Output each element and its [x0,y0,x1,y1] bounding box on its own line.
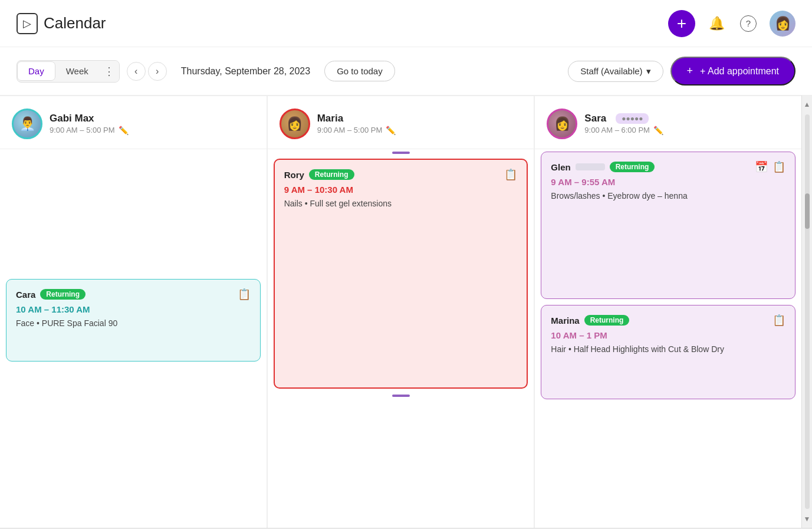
calendar-add-icon-marina[interactable]: 📋 [772,314,785,327]
staff-hours-maria: 9:00 AM – 5:00 PM ✏️ [317,126,522,135]
nav-arrows: ‹ › [127,62,167,81]
calendar-add-icon-rory[interactable]: 📋 [504,168,517,181]
appointment-marina[interactable]: Marina Returning 📋 10 AM – 1 PM Hair • H… [541,305,795,399]
name-badge-row-glen: Glen Returning [551,162,655,172]
appt-time-glen: 9 AM – 9:55 AM [551,177,785,187]
appt-icons-rory: 📋 [504,168,517,181]
appt-glen-badge-placeholder [576,163,605,170]
tab-day[interactable]: Day [17,61,55,81]
appt-top-marina: Marina Returning 📋 [551,314,785,327]
staff-column-maria: 👩 Maria 9:00 AM – 5:00 PM ✏️ [267,96,535,528]
edit-hours-maria[interactable]: ✏️ [386,126,396,135]
appt-top-glen: Glen Returning 📅 📋 [551,160,785,173]
view-tabs: Day Week ⋮ [17,60,120,83]
current-date: Thursday, September 28, 2023 [174,66,317,77]
staff-sara-badge: ●●●●● [616,113,649,124]
appt-area-sara: Glen Returning 📅 📋 9 AM – 9:55 AM Brows/… [535,149,801,528]
appt-bottom-indicator [392,395,410,397]
edit-hours-gabi[interactable]: ✏️ [119,126,129,135]
avatar-maria: 👩 [280,109,310,139]
appointment-cara[interactable]: Cara Returning 📋 10 AM – 11:30 AM Face •… [6,279,261,362]
name-badge-row: Cara Returning [16,289,86,300]
name-badge-row-marina: Marina Returning [551,315,629,326]
scroll-up-arrow[interactable]: ▲ [801,98,812,111]
avatar-sara: 👩 [547,109,577,139]
appt-client-rory: Rory [284,170,304,180]
more-views-button[interactable]: ⋮ [99,61,119,82]
header-left: ▷ Calendar [17,13,106,34]
appt-top-indicator [392,152,410,154]
appt-client-marina: Marina [551,316,579,326]
appt-icons-cara: 📋 [238,288,251,301]
header-right: + 🔔 ? 👩 [668,10,795,37]
appt-time-rory: 9 AM – 10:30 AM [284,185,518,195]
avatar-placeholder: 👩 [775,16,791,31]
calendar-add-icon-cara[interactable]: 📋 [238,288,251,301]
appointment-glen[interactable]: Glen Returning 📅 📋 9 AM – 9:55 AM Brows/… [541,152,795,299]
vertical-scrollbar[interactable]: ▲ ▼ [801,96,812,528]
header: ▷ Calendar + 🔔 ? 👩 [0,0,812,47]
toolbar: Day Week ⋮ ‹ › Thursday, September 28, 2… [0,47,812,96]
tab-week[interactable]: Week [55,62,99,80]
bell-icon: 🔔 [709,16,725,31]
calendar-area: 👨‍💼 Gabi Max 9:00 AM – 5:00 PM ✏️ [0,96,812,529]
avatar-placeholder-sara: 👩 [554,116,570,132]
appointment-rory[interactable]: Rory Returning 📋 9 AM – 10:30 AM Nails •… [274,159,528,389]
appt-area-gabi: Cara Returning 📋 10 AM – 11:30 AM Face •… [0,149,267,528]
app-title: Calendar [44,14,106,32]
notifications-button[interactable]: 🔔 [706,13,727,34]
plus-icon: + [687,65,693,77]
sidebar-toggle-icon[interactable]: ▷ [17,13,38,34]
appt-area-maria: Rory Returning 📋 9 AM – 10:30 AM Nails •… [268,149,534,528]
appt-service-rory: Nails • Full set gel extensions [284,198,518,210]
staff-name-sara: Sara [584,113,606,124]
calendar-add-icon-glen[interactable]: 📋 [772,160,785,173]
help-icon: ? [740,15,757,32]
avatar-placeholder-maria: 👩 [287,116,303,132]
staff-info-maria: Maria 9:00 AM – 5:00 PM ✏️ [317,113,522,135]
appt-returning-cara: Returning [40,289,86,300]
appt-service-cara: Face • PURE Spa Facial 90 [16,318,251,330]
appt-client-cara: Cara [16,290,35,300]
add-button[interactable]: + [668,10,695,37]
staff-hours-gabi: 9:00 AM – 5:00 PM ✏️ [50,126,255,135]
staff-name-maria: Maria [317,113,522,124]
appt-service-marina: Hair • Half Head Highlights with Cut & B… [551,344,785,356]
add-appointment-button[interactable]: + + Add appointment [670,57,795,86]
appt-returning-glen: Returning [610,162,655,172]
help-button[interactable]: ? [738,13,759,34]
staff-header-maria: 👩 Maria 9:00 AM – 5:00 PM ✏️ [268,96,534,149]
calendar-check-icon-glen[interactable]: 📅 [755,160,768,173]
staff-info-gabi: Gabi Max 9:00 AM – 5:00 PM ✏️ [50,113,255,135]
staff-label: Staff (Available) [580,66,642,76]
edit-hours-sara[interactable]: ✏️ [653,126,663,135]
add-appointment-label: + Add appointment [700,66,779,77]
staff-name-gabi: Gabi Max [50,113,255,124]
appt-time-marina: 10 AM – 1 PM [551,330,785,340]
staff-column-gabi: 👨‍💼 Gabi Max 9:00 AM – 5:00 PM ✏️ [0,96,267,528]
appt-icons-marina: 📋 [772,314,785,327]
staff-header-gabi: 👨‍💼 Gabi Max 9:00 AM – 5:00 PM ✏️ [0,96,267,149]
staff-info-sara: Sara ●●●●● 9:00 AM – 6:00 PM ✏️ [584,113,790,135]
staff-header-sara: 👩 Sara ●●●●● 9:00 AM – 6:00 PM ✏️ [535,96,801,149]
appt-returning-rory: Returning [309,169,354,180]
prev-arrow[interactable]: ‹ [127,62,146,81]
appt-top-cara: Cara Returning 📋 [16,288,251,301]
staff-column-sara: 👩 Sara ●●●●● 9:00 AM – 6:00 PM ✏️ [534,96,801,528]
appt-client-glen: Glen [551,162,570,172]
avatar-gabi: 👨‍💼 [12,109,42,139]
appt-returning-marina: Returning [584,315,630,326]
plus-icon: + [677,14,686,33]
scroll-down-arrow[interactable]: ▼ [801,512,812,525]
name-badge-row-rory: Rory Returning [284,169,354,180]
scroll-thumb[interactable] [805,193,810,229]
user-avatar[interactable]: 👩 [770,11,795,37]
appt-icons-glen: 📅 📋 [755,160,785,173]
staff-filter-button[interactable]: Staff (Available) ▾ [568,61,663,82]
avatar-placeholder-gabi: 👨‍💼 [19,116,35,132]
calendar-columns: 👨‍💼 Gabi Max 9:00 AM – 5:00 PM ✏️ [0,96,801,528]
appt-time-cara: 10 AM – 11:30 AM [16,304,251,314]
next-arrow[interactable]: › [148,62,167,81]
scroll-track[interactable] [805,114,810,509]
go-to-today-button[interactable]: Go to today [324,61,395,81]
